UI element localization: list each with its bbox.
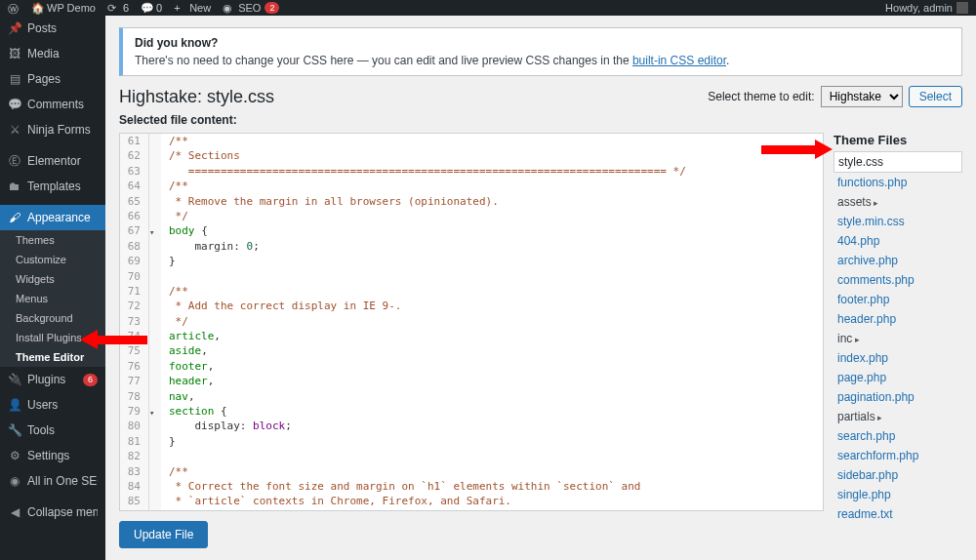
sidebar-item-tools[interactable]: 🔧Tools [0, 418, 105, 443]
admin-sidebar: 📌Posts🖾Media▤Pages💬Comments⚔Ninja Forms … [0, 16, 105, 560]
sidebar-item-pages[interactable]: ▤Pages [0, 66, 105, 92]
sidebar-item-appearance[interactable]: 🖌 Appearance [0, 205, 105, 230]
code-line: 72 * Add the correct display in IE 9-. [120, 299, 823, 313]
code-line: 65 * Remove the margin in all browsers (… [120, 194, 823, 209]
sidebar-item-plugins[interactable]: 🔌Plugins6 [0, 367, 105, 392]
code-line: 67▾body { [120, 223, 823, 238]
sidebar-item-settings[interactable]: ⚙Settings [0, 443, 105, 468]
code-line: 64/** [120, 179, 823, 193]
submenu-item-background[interactable]: Background [0, 308, 105, 328]
sidebar-item-ninja-forms[interactable]: ⚔Ninja Forms [0, 117, 105, 142]
file-item-style-min-css[interactable]: style.min.css [834, 212, 962, 231]
theme-select[interactable]: Highstake [821, 86, 903, 107]
code-line: 83/** [120, 464, 823, 479]
wp-logo[interactable]: ⓦ [8, 2, 20, 14]
sidebar-item-all-in-one-seo[interactable]: ◉All in One SEO [0, 468, 105, 494]
submenu-item-themes[interactable]: Themes [0, 230, 105, 250]
file-item-footer-php[interactable]: footer.php [834, 290, 962, 309]
sidebar-label: Plugins [27, 373, 65, 386]
page-title: Highstake: style.css [119, 87, 274, 107]
sidebar-item-templates[interactable]: 🖿Templates [0, 174, 105, 199]
new-link[interactable]: + New [174, 2, 211, 14]
code-line: 69} [120, 254, 823, 268]
collapse-menu[interactable]: ◀ Collapse menu [0, 500, 105, 525]
comment-icon: 💬 [141, 2, 152, 14]
seo-link[interactable]: ◉ SEO 2 [223, 2, 279, 14]
code-line: 78nav, [120, 389, 823, 404]
site-link[interactable]: 🏠 WP Demo [31, 2, 96, 14]
file-item-search-php[interactable]: search.php [834, 426, 962, 446]
code-line: 76footer, [120, 359, 823, 374]
comments-link[interactable]: 💬 0 [141, 2, 162, 14]
sidebar-label: Settings [27, 449, 69, 462]
tools-icon: 🔧 [8, 423, 21, 437]
file-item-comments-php[interactable]: comments.php [834, 270, 962, 290]
file-item-index-php[interactable]: index.php [834, 348, 962, 368]
code-line: 66 */ [120, 209, 823, 223]
file-item-inc[interactable]: inc [834, 329, 962, 348]
file-item-assets[interactable]: assets [834, 192, 962, 212]
file-item-readme-txt[interactable]: readme.txt [834, 504, 962, 524]
templates-icon: 🖿 [8, 180, 21, 193]
fold-arrow-icon[interactable]: ▾ [149, 408, 154, 418]
sidebar-label: Posts [27, 21, 57, 35]
sidebar-item-users[interactable]: 👤Users [0, 392, 105, 418]
sidebar-item-elementor[interactable]: ⒺElementor [0, 148, 105, 174]
howdy-text: Howdy, admin [885, 2, 953, 14]
comments-icon: 💬 [8, 98, 21, 111]
file-item-pagination-php[interactable]: pagination.php [834, 387, 962, 407]
code-line: 84 * Correct the font size and margin on… [120, 479, 823, 494]
submenu-item-customize[interactable]: Customize [0, 250, 105, 269]
file-item-style-css[interactable]: style.css [834, 151, 962, 173]
code-line: 86 */ [120, 509, 823, 511]
site-name: WP Demo [47, 2, 96, 14]
content-area: Did you know? There's no need to change … [105, 16, 976, 560]
submenu-item-menus[interactable]: Menus [0, 289, 105, 308]
submenu-item-install-plugins[interactable]: Install Plugins [0, 328, 105, 347]
appearance-icon: 🖌 [8, 211, 21, 224]
css-editor-link[interactable]: built-in CSS editor [632, 54, 726, 67]
info-notice: Did you know? There's no need to change … [119, 27, 962, 76]
file-item-sidebar-php[interactable]: sidebar.php [834, 465, 962, 485]
wordpress-icon: ⓦ [8, 2, 20, 14]
select-button[interactable]: Select [909, 86, 962, 107]
file-item-single-php[interactable]: single.php [834, 485, 962, 504]
sidebar-label: Ninja Forms [27, 123, 91, 137]
file-item-page-php[interactable]: page.php [834, 368, 962, 387]
file-item-functions-php[interactable]: functions.php [834, 173, 962, 192]
fold-arrow-icon[interactable]: ▾ [149, 227, 154, 237]
sidebar-item-media[interactable]: 🖾Media [0, 41, 105, 66]
refresh-icon: ⟳ [107, 2, 119, 14]
sidebar-label: Users [27, 398, 58, 412]
sidebar-item-posts[interactable]: 📌Posts [0, 16, 105, 41]
howdy-link[interactable]: Howdy, admin [885, 2, 968, 14]
submenu-item-theme-editor[interactable]: Theme Editor [0, 347, 105, 367]
users-icon: 👤 [8, 398, 21, 412]
code-line: 63 =====================================… [120, 164, 823, 179]
updates-link[interactable]: ⟳ 6 [107, 2, 129, 14]
code-line: 81} [120, 434, 823, 449]
update-file-button[interactable]: Update File [119, 521, 208, 548]
file-item-header-php[interactable]: header.php [834, 309, 962, 329]
notice-title: Did you know? [135, 36, 950, 50]
file-item-404-php[interactable]: 404.php [834, 231, 962, 251]
file-item-partials[interactable]: partials [834, 407, 962, 426]
submenu-item-widgets[interactable]: Widgets [0, 269, 105, 289]
new-label: New [189, 2, 211, 14]
code-line: 74article, [120, 329, 823, 343]
updates-count: 6 [123, 2, 129, 14]
sidebar-label: Pages [27, 72, 61, 86]
theme-files-heading: Theme Files [834, 133, 962, 147]
file-item-searchform-php[interactable]: searchform.php [834, 446, 962, 465]
code-line: 82 [120, 449, 823, 463]
seo-icon: ◉ [223, 2, 234, 14]
sidebar-item-comments[interactable]: 💬Comments [0, 92, 105, 117]
pages-icon: ▤ [8, 72, 21, 86]
avatar-icon [956, 2, 968, 14]
file-label: Selected file content: [119, 113, 962, 127]
code-line: 61/** [120, 134, 823, 148]
file-item-archive-php[interactable]: archive.php [834, 251, 962, 270]
sidebar-label: Tools [27, 423, 55, 437]
code-editor[interactable]: 61/**62/* Sections63 ===================… [119, 133, 824, 511]
code-line: 68 margin: 0; [120, 239, 823, 254]
